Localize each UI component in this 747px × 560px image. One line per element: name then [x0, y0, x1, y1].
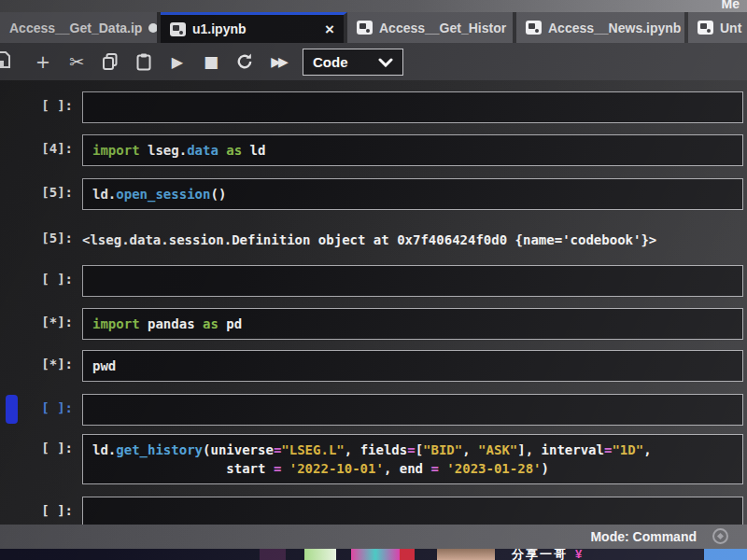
tab-bar: Access__Get_Data.ip u1.ipynb × Access__G… [0, 12, 747, 43]
notebook-cell[interactable]: [4]:import lseg.data as ld [0, 134, 747, 166]
overlay-thumbnail [260, 549, 286, 560]
overlay-button [704, 549, 747, 560]
overlay-thumbnail [304, 549, 336, 560]
close-icon[interactable]: × [325, 21, 334, 37]
overlay-spacer [415, 549, 437, 560]
cell-type-dropdown[interactable]: Code [303, 49, 403, 76]
overlay-spacer [0, 549, 260, 560]
cell-list: [ ]: [4]:import lseg.data as ld[5]:ld.op… [0, 91, 747, 528]
overlay-caption: 分享一哥 [512, 549, 568, 560]
unsaved-dot-icon [148, 23, 158, 33]
cell-prompt: [4]: [0, 134, 82, 156]
selected-cell-indicator [6, 395, 18, 424]
notebook-cell[interactable]: [ ]: [0, 394, 747, 426]
cell-input[interactable] [82, 265, 743, 297]
cell-prompt: [*]: [0, 350, 82, 371]
cell-input[interactable]: import lseg.data as ld [82, 134, 743, 166]
tab-label: Access__Get_Data.ip [9, 21, 142, 35]
tab-label: u1.ipynb [192, 21, 247, 36]
paste-icon[interactable] [127, 52, 161, 71]
notebook-area: [ ]: [4]:import lseg.data as ld[5]:ld.op… [0, 80, 747, 525]
notebook-cell[interactable]: [5]:ld.open_session() [0, 178, 747, 210]
notebook-cell[interactable]: [5]:<lseg.data.session.Definition object… [0, 224, 747, 249]
overlay-spacer [286, 549, 304, 560]
cut-icon[interactable]: ✂ [60, 51, 93, 72]
notebook-cell[interactable]: [*]:pwd [0, 350, 747, 382]
cell-prompt: [5]: [0, 178, 82, 200]
notebook-cell[interactable]: [ ]: [0, 91, 747, 123]
tab-label: Unt [720, 21, 741, 35]
cell-input[interactable]: pwd [82, 350, 743, 382]
copy-icon[interactable] [93, 52, 127, 71]
status-shield-icon [712, 528, 728, 544]
notebook-cell[interactable]: [*]:import pandas as pd [0, 308, 747, 340]
cell-type-value: Code [313, 54, 348, 70]
cell-input[interactable] [82, 394, 743, 426]
cell-prompt: [ ]: [0, 434, 82, 455]
notebook-icon [526, 21, 542, 35]
notebook-icon [170, 22, 186, 36]
tab-untitled[interactable]: Unt [688, 12, 747, 43]
mode-indicator: Mode: Command [590, 529, 697, 544]
tab-access-get-data[interactable]: Access__Get_Data.ip [0, 12, 161, 43]
notebook-cell[interactable]: [ ]: [0, 265, 747, 297]
notebook-icon [698, 21, 713, 35]
add-cell-button[interactable]: + [26, 51, 60, 72]
cell-prompt: [ ]: [0, 265, 82, 287]
restart-kernel-icon[interactable] [228, 52, 261, 71]
overlay-thumbnail [351, 549, 400, 560]
cell-output: <lseg.data.session.Definition object at … [82, 224, 747, 249]
save-icon[interactable] [0, 50, 13, 73]
notebook-cell[interactable]: [ ]:ld.get_history(universe="LSEG.L", fi… [0, 434, 747, 484]
status-bar: Mode: Command [0, 525, 747, 549]
chevron-down-icon [378, 54, 393, 70]
yen-symbol: ¥ [575, 549, 582, 560]
top-overflow-text: Me [722, 0, 740, 11]
run-icon[interactable]: ▶ [161, 53, 194, 71]
overlay-face-image [437, 549, 495, 560]
tab-access-news[interactable]: Access__News.ipynb [516, 12, 688, 43]
run-all-icon[interactable]: ▶▶ [261, 53, 295, 70]
cell-prompt: [ ]: [0, 91, 82, 113]
screen: Me Access__Get_Data.ip u1.ipynb × Access… [0, 0, 747, 560]
cell-input[interactable]: import pandas as pd [82, 308, 743, 340]
cell-prompt: [ ]: [0, 497, 82, 518]
tab-label: Access__News.ipynb [548, 21, 681, 35]
cell-input[interactable] [82, 91, 743, 123]
video-overlay-strip: 分享一哥 ¥ [0, 549, 747, 560]
overlay-thumbnail [400, 549, 415, 560]
notebook-toolbar: + ✂ ▶ ■ ▶▶ Code [0, 43, 747, 80]
tab-access-get-history[interactable]: Access__Get_Histor [347, 12, 516, 43]
tab-label: Access__Get_Histor [379, 21, 506, 35]
top-window-strip: Me [0, 0, 747, 12]
cell-prompt: [5]: [0, 224, 82, 245]
notebook-icon [357, 21, 373, 35]
tab-u1-active[interactable]: u1.ipynb × [161, 12, 347, 43]
overlay-spacer [336, 549, 351, 560]
stop-icon[interactable]: ■ [194, 52, 228, 71]
cell-prompt: [*]: [0, 308, 82, 329]
notebook-cell[interactable]: [ ]: [0, 497, 747, 528]
cell-input[interactable] [82, 497, 743, 528]
cell-input[interactable]: ld.open_session() [82, 178, 743, 210]
cell-input[interactable]: ld.get_history(universe="LSEG.L", fields… [82, 434, 743, 484]
